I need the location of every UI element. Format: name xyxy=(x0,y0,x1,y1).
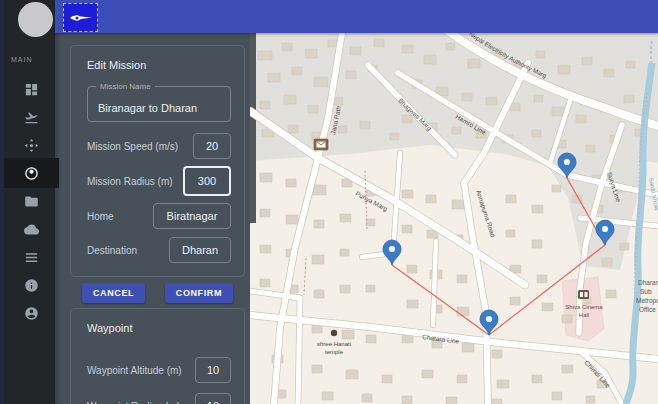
sidebar-nav: MAIN xyxy=(0,0,55,404)
mission-radius-label: Mission Radius (m) xyxy=(87,176,183,187)
mission-panel: Edit Mission Mission Name Biranagar to D… xyxy=(55,33,250,404)
drone-control-icon xyxy=(24,138,39,153)
mission-radius-value: 300 xyxy=(198,175,216,187)
top-app-bar xyxy=(55,0,658,33)
svg-text:shree Hanati: shree Hanati xyxy=(317,341,351,347)
sidebar-item-files[interactable] xyxy=(4,192,59,210)
folder-icon xyxy=(24,194,39,209)
waypoint-altitude-input[interactable]: 10 xyxy=(195,357,231,383)
cloud-icon xyxy=(24,222,39,237)
waypoint-radius-label: Waypoint Radius (m) xyxy=(87,401,195,404)
app-logo[interactable] xyxy=(63,3,98,32)
edit-mission-title: Edit Mission xyxy=(87,59,231,71)
cancel-button[interactable]: CANCEL xyxy=(82,283,145,303)
dashboard-icon xyxy=(24,82,39,97)
destination-value: Dharan xyxy=(182,244,218,256)
mission-target-icon xyxy=(24,166,39,181)
svg-text:Sub: Sub xyxy=(640,288,652,295)
post-office-icon xyxy=(314,139,328,150)
sidebar-item-account[interactable] xyxy=(4,304,59,322)
edit-mission-card: Edit Mission Mission Name Biranagar to D… xyxy=(70,45,245,277)
waypoint-altitude-value: 10 xyxy=(207,364,219,376)
account-icon xyxy=(24,306,39,321)
info-icon xyxy=(24,278,39,293)
sidebar-item-drone-control[interactable] xyxy=(4,136,59,154)
svg-text:Metropol: Metropol xyxy=(636,297,658,305)
svg-text:Shiva Cinema: Shiva Cinema xyxy=(565,304,603,310)
map-canvas[interactable]: Jana Path Bhagwati Marg Hamro Line Nepal… xyxy=(250,33,658,404)
sidebar-item-logs[interactable] xyxy=(4,248,59,266)
sidebar-item-cloud[interactable] xyxy=(4,220,59,238)
sidebar-item-flight[interactable] xyxy=(4,108,59,126)
mission-name-label: Mission Name xyxy=(96,82,155,91)
drone-logo-icon xyxy=(68,9,94,27)
list-icon xyxy=(24,250,39,265)
mission-speed-input[interactable]: 20 xyxy=(193,133,231,159)
svg-text:Office: Office xyxy=(639,306,656,313)
sidebar-section-label: MAIN xyxy=(11,56,33,63)
destination-label: Destination xyxy=(87,245,169,256)
temple-icon xyxy=(331,330,337,336)
waypoint-radius-value: 10 xyxy=(207,400,219,404)
mission-speed-value: 20 xyxy=(206,140,218,152)
waypoint-title: Waypoint xyxy=(87,322,231,334)
waypoint-radius-input[interactable]: 10 xyxy=(195,393,231,404)
waypoint-altitude-label: Waypoint Altitude (m) xyxy=(87,365,195,376)
sidebar-item-mission[interactable] xyxy=(4,158,59,188)
flight-takeoff-icon xyxy=(24,110,39,125)
mission-speed-label: Mission Speed (m/s) xyxy=(87,141,193,152)
home-value: Biratnagar xyxy=(167,210,218,222)
app-window: MAIN xyxy=(0,0,658,404)
destination-input[interactable]: Dharan xyxy=(169,237,231,263)
sidebar-item-info[interactable] xyxy=(4,276,59,294)
confirm-button[interactable]: CONFIRM xyxy=(165,283,233,303)
svg-text:Dharan: Dharan xyxy=(638,279,658,286)
waypoint-card: Waypoint Waypoint Altitude (m) 10 Waypoi… xyxy=(70,308,245,404)
sidebar-item-dashboard[interactable] xyxy=(4,80,59,98)
avatar[interactable] xyxy=(18,2,53,37)
home-input[interactable]: Biratnagar xyxy=(153,203,231,229)
map-tile-edge xyxy=(250,33,256,223)
svg-text:Hall: Hall xyxy=(579,312,589,318)
mission-name-input[interactable]: Mission Name Biranagar to Dharan xyxy=(87,86,231,122)
mission-name-value: Biranagar to Dharan xyxy=(88,102,197,121)
home-label: Home xyxy=(87,211,153,222)
mission-radius-input[interactable]: 300 xyxy=(183,166,231,196)
svg-text:temple: temple xyxy=(325,349,344,355)
